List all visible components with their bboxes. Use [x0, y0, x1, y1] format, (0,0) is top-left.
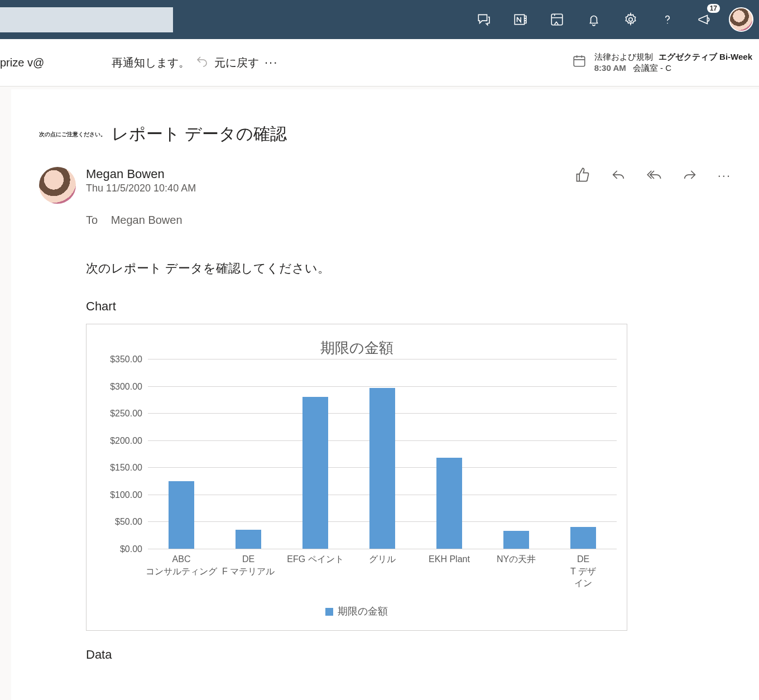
chart-gridline: $300.00 [148, 386, 617, 387]
calendar-peek[interactable]: 法律および規制 エグゼクティブ Bi-Week 8:30 AM 会議室 - C [572, 51, 752, 74]
chart-plot-area: $0.00$50.00$100.00$150.00$200.00$250.00$… [148, 359, 617, 549]
chart-bar [503, 531, 529, 549]
calendar-event-title: エグゼクティブ Bi-Week [659, 52, 752, 61]
message-subject: レポート データの確認 [112, 123, 287, 146]
calendar-tag: 法律および規制 [594, 52, 653, 61]
data-section-label: Data [86, 648, 731, 662]
to-recipient: Megan Bowen [111, 214, 182, 226]
sender-row: Megan Bowen Thu 11/5/2020 10:40 AM ··· [39, 167, 731, 204]
more-commands-button[interactable]: ··· [265, 55, 278, 70]
chart-x-tick: ABC コンサルティング [146, 553, 217, 577]
notifications-icon[interactable] [582, 7, 606, 32]
chart-container: 期限の金額 $0.00$50.00$100.00$150.00$200.00$2… [86, 324, 627, 631]
command-bar: prize v@ 再通知します。 元に戻す ··· 法律および規制 エグゼクティ… [0, 39, 759, 87]
chart-x-tick: グリル [369, 553, 396, 565]
chart-y-tick: $250.00 [110, 409, 148, 419]
undo-icon[interactable] [195, 55, 209, 71]
chart-bar [236, 530, 261, 549]
forward-button[interactable] [682, 167, 698, 185]
to-line: To Megan Bowen [86, 214, 731, 227]
svg-rect-0 [515, 15, 524, 24]
sender-avatar[interactable] [39, 167, 76, 204]
meet-now-icon[interactable] [545, 7, 569, 32]
help-icon[interactable] [655, 7, 680, 32]
command-group: 再通知します。 元に戻す ··· [112, 55, 278, 71]
svg-rect-4 [574, 56, 585, 66]
body-line: 次のレポート データを確認してください。 [86, 260, 731, 277]
notification-badge: 17 [707, 4, 720, 13]
chart-y-tick: $350.00 [110, 354, 148, 365]
truncated-context-label: prize v@ [0, 56, 44, 69]
svg-point-3 [667, 23, 668, 24]
legend-label: 期限の金額 [338, 606, 388, 617]
svg-point-2 [629, 18, 633, 22]
search-input[interactable] [0, 7, 173, 32]
chart-y-tick: $100.00 [110, 490, 148, 500]
chart-y-tick: $0.00 [120, 544, 148, 554]
chart-gridline: $350.00 [148, 359, 617, 359]
app-header: 17 [0, 0, 759, 39]
snooze-button[interactable]: 再通知します。 [112, 55, 190, 70]
chart-bar [436, 458, 462, 549]
reading-pane: 次の点にご注意ください。 レポート データの確認 Megan Bowen Thu… [11, 89, 759, 700]
chart-x-tick: EFG ペイント [287, 553, 343, 565]
announcements-icon[interactable]: 17 [692, 7, 717, 32]
undo-button[interactable]: 元に戻す [214, 55, 259, 70]
legend-swatch [325, 608, 333, 616]
chart-y-tick: $200.00 [110, 436, 148, 446]
chart-section-label: Chart [86, 299, 731, 314]
calendar-peek-text: 法律および規制 エグゼクティブ Bi-Week 8:30 AM 会議室 - C [594, 51, 752, 74]
chart-title: 期限の金額 [87, 338, 627, 358]
like-button[interactable] [575, 167, 590, 185]
chart-y-tick: $150.00 [110, 463, 148, 473]
sender-name: Megan Bowen [86, 167, 196, 181]
calendar-event-time: 8:30 AM [594, 63, 626, 73]
message-actions: ··· [575, 167, 731, 185]
chart-y-tick: $50.00 [115, 517, 148, 527]
current-user-avatar[interactable] [729, 7, 753, 32]
chart-bar [570, 527, 596, 549]
calendar-event-room: 会議室 - C [633, 63, 671, 73]
message-more-button[interactable]: ··· [718, 169, 731, 183]
sent-date: Thu 11/5/2020 10:40 AM [86, 183, 196, 194]
onenote-icon[interactable] [508, 7, 532, 32]
to-label: To [86, 214, 98, 226]
chart-bar [369, 388, 395, 549]
chart-x-tick: DE T デザイン [566, 553, 600, 589]
reply-button[interactable] [611, 167, 626, 185]
settings-icon[interactable] [618, 7, 643, 32]
message-warning: 次の点にご注意ください。 [39, 131, 106, 138]
chart-y-tick: $300.00 [110, 382, 148, 392]
chart-gridline: $0.00 [148, 549, 617, 549]
calendar-icon [572, 54, 587, 68]
chart-bar [302, 397, 328, 549]
chart-bar [169, 481, 194, 549]
chart-x-tick: NYの天井 [497, 553, 536, 565]
teams-chat-icon[interactable] [471, 7, 496, 32]
chart-legend: 期限の金額 [87, 605, 627, 618]
header-icons: 17 [471, 0, 753, 39]
message-body: 次のレポート データを確認してください。 Chart 期限の金額 $0.00$5… [86, 260, 731, 662]
chart-x-tick: EKH Plant [429, 553, 470, 565]
chart-x-tick: DE F マテリアル [222, 553, 275, 577]
reply-all-button[interactable] [646, 167, 662, 185]
